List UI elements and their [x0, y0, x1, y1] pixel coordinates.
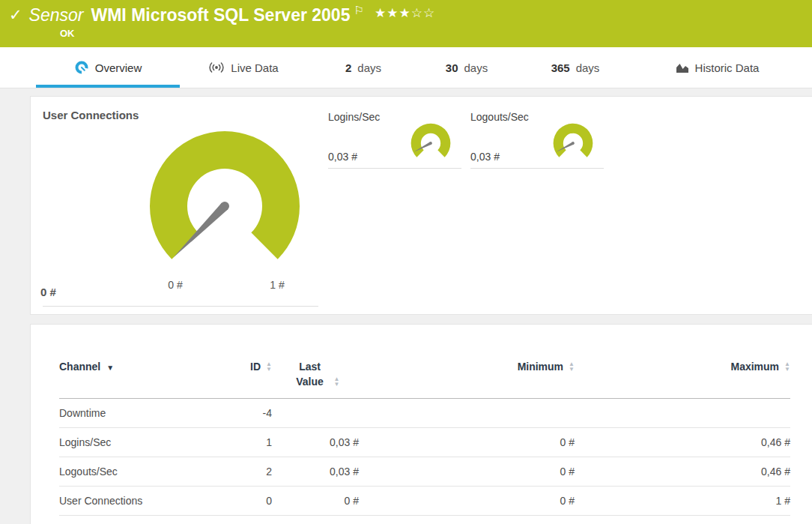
logouts-per-sec-block[interactable]: Logouts/Sec 0,03 # [470, 97, 604, 169]
cell-maximum: 1 # [575, 487, 790, 516]
main-content: User Connections 0 # 1 # 0 # Logins/Sec … [0, 88, 812, 524]
gauge-arc [150, 131, 300, 259]
tab-2-days-number: 2 [345, 61, 351, 74]
cell-channel: User Connections [59, 487, 225, 516]
tab-30-days-unit: days [464, 61, 488, 74]
tab-historic-data[interactable]: Historic Data [663, 47, 772, 88]
area-chart-icon [676, 61, 689, 73]
column-header-id-label: ID [250, 361, 261, 373]
column-header-last-value-label: Last Value [291, 359, 329, 389]
tab-2-days-unit: days [357, 61, 381, 74]
cell-id: 2 [225, 457, 272, 487]
logins-per-sec-title: Logins/Sec [328, 111, 380, 123]
gauges-panel: User Connections 0 # 1 # 0 # Logins/Sec … [30, 96, 812, 315]
cell-minimum: 0 # [359, 428, 575, 457]
cell-maximum: 0,46 # [575, 428, 790, 457]
stars-filled[interactable]: ★★★ [375, 6, 411, 20]
cell-last-value: 0 # [272, 487, 359, 516]
column-header-last-value[interactable]: Last Value▲▼ [272, 358, 359, 399]
sensor-type-label: Sensor [29, 5, 84, 25]
tab-live-data-label: Live Data [231, 61, 278, 74]
cell-last-value: 0,03 # [272, 457, 359, 487]
sort-icon: ▲▼ [784, 361, 790, 372]
column-header-maximum-label: Maximum [731, 361, 780, 373]
cell-last-value [272, 399, 359, 428]
ok-check-icon: ✓ [9, 5, 22, 25]
table-header-row: Channel▼ ID▲▼ Last Value▲▼ Minimum▲▼ Max… [59, 358, 790, 399]
logins-per-sec-block[interactable]: Logins/Sec 0,03 # [328, 97, 461, 169]
channels-table: Channel▼ ID▲▼ Last Value▲▼ Minimum▲▼ Max… [59, 358, 790, 516]
divider [43, 306, 318, 307]
cell-minimum: 0 # [359, 487, 575, 516]
tab-historic-data-label: Historic Data [695, 61, 760, 74]
cell-maximum: 0,46 # [575, 457, 790, 487]
priority-stars[interactable]: ★★★☆☆ [375, 5, 435, 22]
flag-icon[interactable]: ⚐ [354, 5, 363, 16]
status-badge: OK [60, 28, 812, 39]
stars-empty[interactable]: ☆☆ [411, 6, 435, 20]
tab-365-days[interactable]: 365 days [538, 47, 613, 88]
tab-bar: Overview Live Data 2 days 30 days 365 da… [0, 47, 812, 88]
divider [470, 168, 604, 169]
column-header-minimum-label: Minimum [518, 361, 563, 373]
channels-panel: Channel▼ ID▲▼ Last Value▲▼ Minimum▲▼ Max… [30, 324, 812, 524]
logins-per-sec-gauge [409, 121, 452, 165]
logins-per-sec-value: 0,03 # [328, 151, 357, 163]
column-header-maximum[interactable]: Maximum▲▼ [575, 358, 790, 399]
gauge-scale-min: 0 # [153, 279, 198, 291]
gauge-title-user-connections: User Connections [43, 109, 139, 121]
column-header-id[interactable]: ID▲▼ [225, 358, 272, 399]
cell-last-value: 0,03 # [272, 428, 359, 457]
tab-30-days[interactable]: 30 days [433, 47, 500, 88]
cell-id: -4 [225, 399, 272, 428]
cell-minimum [359, 399, 575, 428]
table-row-downtime[interactable]: Downtime -4 [59, 399, 790, 428]
cell-channel: Logins/Sec [59, 428, 225, 457]
cell-minimum: 0 # [359, 457, 575, 487]
cell-id: 0 [225, 487, 272, 516]
sort-down-icon: ▼ [106, 364, 114, 372]
sensor-banner: ✓ Sensor WMI Microsoft SQL Server 2005 ⚐… [0, 0, 812, 47]
sort-icon: ▲▼ [334, 376, 340, 387]
column-header-minimum[interactable]: Minimum▲▼ [359, 358, 575, 399]
logouts-per-sec-gauge [551, 121, 595, 165]
column-header-channel-label: Channel [59, 361, 100, 373]
user-connections-gauge[interactable] [142, 124, 307, 289]
table-row-user-connections[interactable]: User Connections 0 0 # 0 # 1 # [59, 487, 790, 516]
tab-365-days-unit: days [576, 61, 600, 74]
tab-365-days-number: 365 [551, 61, 570, 74]
cell-channel: Logouts/Sec [59, 457, 225, 487]
logouts-per-sec-title: Logouts/Sec [470, 111, 529, 123]
sort-icon: ▲▼ [266, 361, 272, 372]
tab-overview-label: Overview [95, 61, 142, 74]
divider [328, 168, 461, 169]
cell-id: 1 [225, 428, 272, 457]
cell-channel: Downtime [59, 399, 225, 428]
gauge-icon [74, 60, 89, 75]
tab-30-days-number: 30 [446, 61, 458, 74]
tab-2-days[interactable]: 2 days [330, 47, 397, 88]
gauge-scale-max: 1 # [255, 279, 300, 291]
tab-overview[interactable]: Overview [36, 47, 180, 88]
tab-live-data[interactable]: Live Data [187, 47, 300, 88]
broadcast-icon [208, 61, 225, 73]
user-connections-value: 0 # [40, 286, 56, 298]
table-row-logouts-per-sec[interactable]: Logouts/Sec 2 0,03 # 0 # 0,46 # [59, 457, 790, 487]
table-row-logins-per-sec[interactable]: Logins/Sec 1 0,03 # 0 # 0,46 # [59, 428, 790, 457]
sensor-title: WMI Microsoft SQL Server 2005 [91, 5, 350, 25]
cell-maximum [575, 399, 790, 428]
column-header-channel[interactable]: Channel▼ [59, 358, 225, 399]
logouts-per-sec-value: 0,03 # [470, 151, 500, 163]
sort-icon: ▲▼ [569, 361, 575, 372]
